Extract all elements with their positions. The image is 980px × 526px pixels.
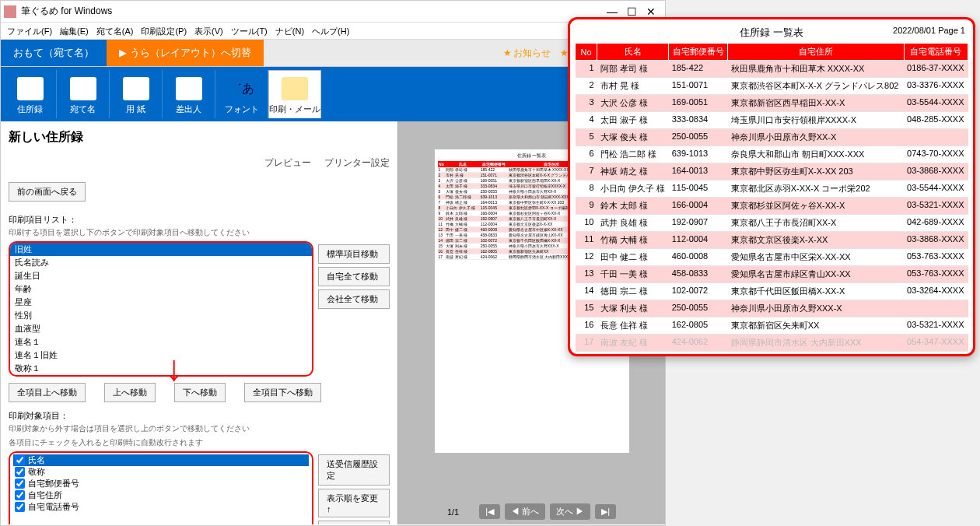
nav-next[interactable]: 次へ ▶ xyxy=(550,503,590,520)
cell: 054-347-XXXX xyxy=(904,335,968,352)
cell: 愛知県名古屋市中区栄X-XX-XX xyxy=(728,249,904,266)
tab-front[interactable]: おもて（宛て名） xyxy=(1,40,107,66)
cell: 115-0045 xyxy=(669,181,728,198)
cell: 460-0008 xyxy=(669,249,728,266)
source-item[interactable]: 誕生日 xyxy=(10,269,312,282)
cell: 166-0004 xyxy=(669,198,728,215)
side-button[interactable]: 会社全て移動 xyxy=(318,289,390,309)
tool-font[interactable]: ゛あフォント xyxy=(215,70,268,118)
settings-panel: 新しい住所録 プレビュー プリンター設定 前の画面へ戻る 印刷項目リスト： 印刷… xyxy=(1,121,397,524)
source-item[interactable]: 連名１旧姓 xyxy=(10,349,312,362)
titlebar: 筆ぐるめ for Windows — ☐ ✕ xyxy=(1,1,665,23)
target-item[interactable]: 氏名 xyxy=(13,454,309,466)
target-side-button[interactable]: 表示順を変更↑ xyxy=(318,489,390,517)
nav-first[interactable]: |◀ xyxy=(479,504,500,519)
menu-item[interactable]: ヘルプ(H) xyxy=(312,26,349,36)
overlay-title: 住所録 一覧表 xyxy=(740,26,803,40)
app-window: 筆ぐるめ for Windows — ☐ ✕ ファイル(F)編集(E)宛て名(A… xyxy=(0,0,666,526)
source-item[interactable]: 連名１ xyxy=(10,335,312,349)
source-item[interactable]: 年齢 xyxy=(10,282,312,296)
source-item[interactable]: 性別 xyxy=(10,309,312,322)
back-button[interactable]: 前の画面へ戻る xyxy=(9,182,86,202)
target-checkbox[interactable] xyxy=(15,502,25,512)
tool-label: 用 紙 xyxy=(126,103,145,115)
preview-link[interactable]: プレビュー xyxy=(264,157,311,168)
table-row: 11竹橋 大輔 様112-0004東京都文京区後楽X-X-XX03-3868-X… xyxy=(576,232,968,249)
cell: 169-0051 xyxy=(669,95,728,112)
move-button[interactable]: 全項目下へ移動 xyxy=(244,383,321,402)
atena-icon xyxy=(70,77,96,100)
cell: 102-0072 xyxy=(669,283,728,300)
cell: 0743-70-XXXX xyxy=(904,146,968,163)
print-icon xyxy=(282,77,308,100)
close-button[interactable]: ✕ xyxy=(646,5,656,18)
cell: 東京都中野区弥生町X-X-XX 203 xyxy=(728,163,904,181)
target-item-label: 敬称 xyxy=(28,466,45,478)
target-item[interactable]: 自宅電話番号 xyxy=(13,501,309,513)
target-side-button[interactable]: 送受信履歴設定 xyxy=(318,454,390,486)
target-checkbox[interactable] xyxy=(15,479,25,489)
tool-label: 印刷・メール xyxy=(269,103,320,115)
menu-item[interactable]: ナビ(N) xyxy=(275,26,304,36)
table-row: 13千田 一美 様458-0833愛知県名古屋市緑区青山XX-XX053-763… xyxy=(576,266,968,283)
maximize-button[interactable]: ☐ xyxy=(627,5,637,18)
tool-print[interactable]: 印刷・メール xyxy=(268,70,321,118)
side-button[interactable]: 標準項目移動 xyxy=(318,244,390,264)
target-checklist[interactable]: 氏名敬称自宅郵便番号自宅住所自宅電話番号 xyxy=(9,451,313,524)
cell: 03-3376-XXXX xyxy=(904,78,968,95)
target-item[interactable]: 敬称 xyxy=(13,466,309,478)
target-side-button[interactable]: 表示順を変更↓ xyxy=(318,521,390,524)
source-item[interactable]: 旧姓 xyxy=(10,243,312,256)
menu-item[interactable]: 表示(V) xyxy=(194,26,223,36)
target-checkbox[interactable] xyxy=(15,467,25,477)
tool-label: 差出人 xyxy=(176,103,201,115)
link-news[interactable]: ★お知らせ xyxy=(503,47,552,60)
cell: 大塚 俊夫 様 xyxy=(597,129,669,146)
table-row: 14徳田 宗二 様102-0072東京都千代田区飯田橋X-XX-X03-3264… xyxy=(576,283,968,300)
source-item[interactable]: 敬称１ xyxy=(10,362,312,375)
cell: 神奈川県小田原市久野XX-X xyxy=(728,129,904,146)
side-button[interactable]: 自宅全て移動 xyxy=(318,267,390,286)
menu-item[interactable]: 宛て名(A) xyxy=(96,26,134,36)
nav-last[interactable]: ▶| xyxy=(595,504,616,519)
menu-item[interactable]: ツール(T) xyxy=(231,26,268,36)
move-button[interactable]: 全項目上へ移動 xyxy=(9,383,86,402)
cell: 03-3868-XXXX xyxy=(904,232,968,249)
cell: 250-0055 xyxy=(669,129,728,146)
tool-paper[interactable]: 用 紙 xyxy=(110,70,163,118)
printer-settings-link[interactable]: プリンター設定 xyxy=(324,157,390,168)
minimize-button[interactable]: — xyxy=(607,5,618,18)
font-icon: ゛あ xyxy=(229,77,255,100)
cell: 12 xyxy=(576,249,597,266)
tab-back[interactable]: ▶うら（レイアウト）へ切替 xyxy=(107,40,264,66)
tool-atena[interactable]: 宛て名 xyxy=(57,70,110,118)
source-listbox[interactable]: 旧姓氏名読み誕生日年齢星座性別血液型連名１連名１旧姓敬称１ xyxy=(9,241,313,377)
cell: 武井 良雄 様 xyxy=(597,215,669,232)
menu-item[interactable]: 印刷設定(P) xyxy=(141,26,187,36)
source-item[interactable]: 氏名読み xyxy=(10,256,312,269)
target-checkbox[interactable] xyxy=(15,490,25,500)
target-item[interactable]: 自宅郵便番号 xyxy=(13,478,309,489)
cell: 333-0834 xyxy=(669,112,728,129)
target-item[interactable]: 自宅住所 xyxy=(13,489,309,501)
cell: 長意 住祥 様 xyxy=(597,317,669,335)
source-item[interactable]: 血液型 xyxy=(10,322,312,335)
nav-prev[interactable]: ◀ 前へ xyxy=(505,503,545,520)
cell: 竹橋 大輔 様 xyxy=(597,232,669,249)
move-button[interactable]: 上へ移動 xyxy=(104,383,156,402)
cell: 東京都新宿区西早稲田X-XX-X xyxy=(728,95,904,112)
tool-addrbook[interactable]: 住所録 xyxy=(4,70,57,118)
cell: 424-0062 xyxy=(669,335,728,352)
table-row: 9鈴木 太郎 様166-0004東京都杉並区阿佐ヶ谷X-XX-X03-5321-… xyxy=(576,198,968,215)
cell: 1 xyxy=(576,61,597,78)
target-checkbox[interactable] xyxy=(15,455,25,465)
table-row: 16長意 住祥 様162-0805東京都新宿区矢来町XX03-5321-XXXX xyxy=(576,317,968,335)
source-item[interactable]: 星座 xyxy=(10,296,312,309)
cell: 静岡県静岡市清水区 大内新田XXX xyxy=(728,335,904,352)
tool-sender[interactable]: 差出人 xyxy=(163,70,215,118)
move-button[interactable]: 下へ移動 xyxy=(174,383,226,402)
menu-item[interactable]: ファイル(F) xyxy=(7,26,52,36)
cell: 東京都文京区後楽X-X-XX xyxy=(728,232,904,249)
menu-item[interactable]: 編集(E) xyxy=(60,26,89,36)
cell: 市村 晃 様 xyxy=(597,78,669,95)
